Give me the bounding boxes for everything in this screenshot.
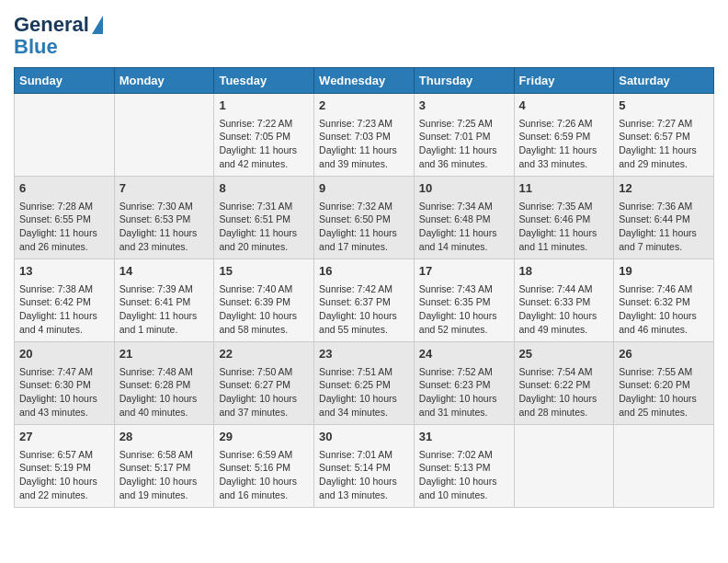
cell-info: Sunrise: 7:46 AM — [619, 282, 709, 296]
cell-info: Sunset: 6:48 PM — [419, 213, 509, 226]
cell-info: Daylight: 11 hours and 11 minutes. — [519, 226, 609, 253]
calendar-cell: 23Sunrise: 7:51 AMSunset: 6:25 PMDayligh… — [314, 342, 415, 425]
cell-info: Daylight: 10 hours and 13 minutes. — [319, 475, 409, 501]
logo-blue: Blue — [14, 36, 58, 58]
cell-info: Sunset: 6:50 PM — [319, 213, 409, 226]
cell-info: Daylight: 11 hours and 14 minutes. — [419, 226, 509, 253]
cell-info: Sunrise: 6:58 AM — [119, 448, 210, 462]
cell-info: Sunset: 7:05 PM — [219, 130, 309, 144]
calendar-cell: 10Sunrise: 7:34 AMSunset: 6:48 PMDayligh… — [414, 177, 514, 259]
cell-info: Daylight: 11 hours and 42 minutes. — [219, 144, 309, 170]
cell-info: Daylight: 10 hours and 34 minutes. — [319, 392, 409, 419]
calendar-cell: 25Sunrise: 7:54 AMSunset: 6:22 PMDayligh… — [514, 342, 614, 425]
cell-info: Sunrise: 7:47 AM — [19, 365, 109, 379]
day-number: 2 — [319, 98, 409, 114]
cell-info: Daylight: 11 hours and 4 minutes. — [19, 309, 109, 336]
cell-info: Daylight: 11 hours and 1 minute. — [119, 309, 210, 336]
cell-info: Sunset: 6:27 PM — [219, 378, 309, 392]
day-number: 28 — [119, 429, 210, 445]
calendar-week-3: 13Sunrise: 7:38 AMSunset: 6:42 PMDayligh… — [15, 259, 714, 342]
cell-info: Sunrise: 7:55 AM — [619, 365, 709, 379]
calendar-cell: 19Sunrise: 7:46 AMSunset: 6:32 PMDayligh… — [614, 259, 714, 342]
calendar-cell: 6Sunrise: 7:28 AMSunset: 6:55 PMDaylight… — [15, 177, 115, 259]
cell-info: Sunrise: 7:38 AM — [19, 282, 109, 296]
day-number: 29 — [219, 429, 309, 445]
day-number: 18 — [519, 263, 609, 280]
calendar-header: SundayMondayTuesdayWednesdayThursdayFrid… — [15, 68, 714, 94]
calendar-cell: 26Sunrise: 7:55 AMSunset: 6:20 PMDayligh… — [614, 342, 714, 425]
cell-info: Daylight: 10 hours and 43 minutes. — [19, 392, 109, 419]
cell-info: Daylight: 11 hours and 23 minutes. — [119, 226, 210, 253]
day-number: 31 — [419, 429, 509, 445]
cell-info: Daylight: 10 hours and 19 minutes. — [119, 475, 210, 501]
day-number: 30 — [319, 429, 409, 445]
calendar-cell — [15, 94, 115, 177]
day-number: 27 — [19, 429, 109, 445]
cell-info: Sunset: 6:53 PM — [119, 213, 210, 226]
calendar-cell: 29Sunrise: 6:59 AMSunset: 5:16 PMDayligh… — [214, 425, 314, 508]
day-number: 14 — [119, 263, 210, 280]
cell-info: Sunrise: 7:22 AM — [219, 117, 309, 131]
calendar-cell: 24Sunrise: 7:52 AMSunset: 6:23 PMDayligh… — [414, 342, 514, 425]
cell-info: Daylight: 10 hours and 49 minutes. — [519, 309, 609, 336]
day-number: 8 — [219, 180, 309, 197]
cell-info: Sunrise: 7:01 AM — [319, 448, 409, 462]
day-header-thursday: Thursday — [414, 68, 514, 94]
calendar-cell: 2Sunrise: 7:23 AMSunset: 7:03 PMDaylight… — [314, 94, 415, 177]
calendar-week-4: 20Sunrise: 7:47 AMSunset: 6:30 PMDayligh… — [15, 342, 714, 425]
cell-info: Sunset: 7:03 PM — [319, 130, 409, 144]
cell-info: Daylight: 11 hours and 26 minutes. — [19, 226, 109, 253]
calendar-week-5: 27Sunrise: 6:57 AMSunset: 5:19 PMDayligh… — [15, 425, 714, 508]
cell-info: Daylight: 10 hours and 10 minutes. — [419, 475, 509, 501]
cell-info: Sunrise: 7:23 AM — [319, 117, 409, 131]
cell-info: Daylight: 11 hours and 17 minutes. — [319, 226, 409, 253]
cell-info: Daylight: 11 hours and 39 minutes. — [319, 144, 409, 170]
day-number: 12 — [619, 180, 709, 197]
cell-info: Sunset: 6:55 PM — [19, 213, 109, 226]
cell-info: Sunrise: 7:28 AM — [19, 200, 109, 213]
day-number: 4 — [519, 98, 609, 114]
cell-info: Daylight: 11 hours and 20 minutes. — [219, 226, 309, 253]
calendar-cell: 31Sunrise: 7:02 AMSunset: 5:13 PMDayligh… — [414, 425, 514, 508]
cell-info: Sunrise: 7:32 AM — [319, 200, 409, 213]
logo-general: General — [14, 14, 89, 36]
calendar-cell: 4Sunrise: 7:26 AMSunset: 6:59 PMDaylight… — [514, 94, 614, 177]
cell-info: Sunrise: 7:35 AM — [519, 200, 609, 213]
cell-info: Daylight: 10 hours and 58 minutes. — [219, 309, 309, 336]
cell-info: Sunset: 6:32 PM — [619, 295, 709, 309]
cell-info: Sunset: 6:37 PM — [319, 295, 409, 309]
cell-info: Sunset: 6:28 PM — [119, 378, 210, 392]
day-header-saturday: Saturday — [614, 68, 714, 94]
day-number: 15 — [219, 263, 309, 280]
cell-info: Sunset: 7:01 PM — [419, 130, 509, 144]
cell-info: Daylight: 10 hours and 28 minutes. — [519, 392, 609, 419]
calendar-cell: 30Sunrise: 7:01 AMSunset: 5:14 PMDayligh… — [314, 425, 415, 508]
calendar-cell: 8Sunrise: 7:31 AMSunset: 6:51 PMDaylight… — [214, 177, 314, 259]
calendar-cell — [514, 425, 614, 508]
day-number: 17 — [419, 263, 509, 280]
cell-info: Sunset: 6:39 PM — [219, 295, 309, 309]
cell-info: Sunrise: 7:42 AM — [319, 282, 409, 296]
day-number: 7 — [119, 180, 210, 197]
day-number: 16 — [319, 263, 409, 280]
cell-info: Sunrise: 7:54 AM — [519, 365, 609, 379]
calendar-week-1: 1Sunrise: 7:22 AMSunset: 7:05 PMDaylight… — [15, 94, 714, 177]
cell-info: Sunrise: 7:30 AM — [119, 200, 210, 213]
day-number: 25 — [519, 346, 609, 362]
calendar-cell: 13Sunrise: 7:38 AMSunset: 6:42 PMDayligh… — [15, 259, 115, 342]
day-header-tuesday: Tuesday — [214, 68, 314, 94]
cell-info: Sunset: 5:19 PM — [19, 461, 109, 475]
day-number: 3 — [419, 98, 509, 114]
day-number: 23 — [319, 346, 409, 362]
cell-info: Sunset: 6:25 PM — [319, 378, 409, 392]
page-header: General Blue — [14, 14, 714, 58]
calendar-cell: 20Sunrise: 7:47 AMSunset: 6:30 PMDayligh… — [15, 342, 115, 425]
calendar-cell: 11Sunrise: 7:35 AMSunset: 6:46 PMDayligh… — [514, 177, 614, 259]
cell-info: Sunrise: 7:31 AM — [219, 200, 309, 213]
calendar-cell: 3Sunrise: 7:25 AMSunset: 7:01 PMDaylight… — [414, 94, 514, 177]
cell-info: Daylight: 10 hours and 55 minutes. — [319, 309, 409, 336]
day-number: 11 — [519, 180, 609, 197]
cell-info: Sunset: 5:17 PM — [119, 461, 210, 475]
cell-info: Sunset: 6:41 PM — [119, 295, 210, 309]
calendar-table: SundayMondayTuesdayWednesdayThursdayFrid… — [14, 67, 714, 508]
